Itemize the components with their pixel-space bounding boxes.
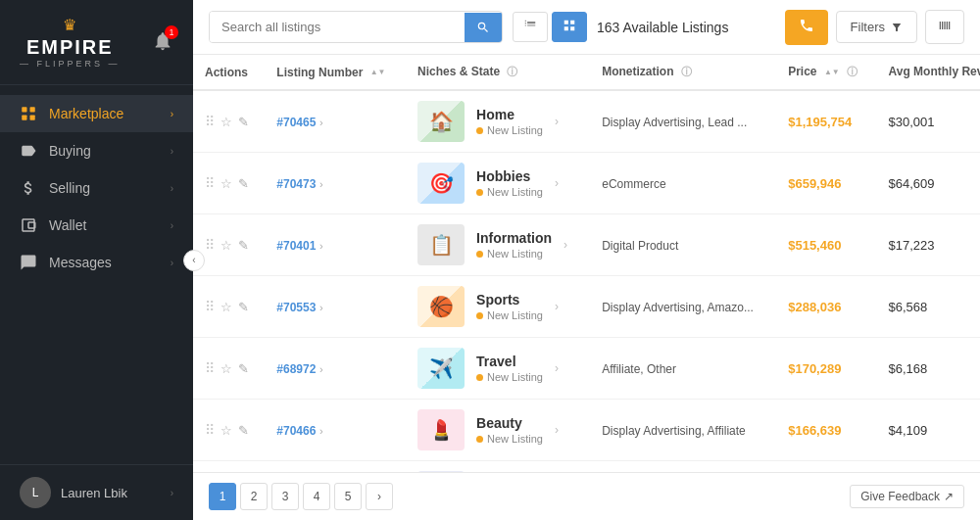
table-row: ⠿ ☆ ✎ #70401 › 📋 Information New Listing xyxy=(193,214,980,276)
pagination: 1 2 3 4 5 › Give Feedback ↗ xyxy=(193,472,980,520)
monetization-value: Display Advertising, Affiliate xyxy=(602,424,746,438)
listing-number-cell: #70465 › xyxy=(265,90,406,153)
expand-arrow-icon[interactable]: › xyxy=(564,238,567,252)
listing-number-cell: #68972 › xyxy=(265,338,406,400)
actions-cell: ⠿ ☆ ✎ xyxy=(193,338,265,400)
niche-cell: 📋 Information New Listing › xyxy=(406,214,590,276)
listing-number[interactable]: #70465 xyxy=(276,116,316,129)
revenue-cell: $64,609 xyxy=(877,153,980,214)
user-chevron-icon: › xyxy=(171,488,173,498)
filters-button[interactable]: Filters xyxy=(836,11,917,43)
price-cell: $148,183 xyxy=(776,461,876,473)
list-view-button[interactable] xyxy=(513,12,548,42)
star-icon[interactable]: ☆ xyxy=(220,300,232,314)
sort-icon[interactable]: ▲▼ xyxy=(824,69,840,76)
sidebar-item-buying-label: Buying xyxy=(49,143,91,159)
star-icon[interactable]: ☆ xyxy=(220,361,232,376)
expand-arrow-icon[interactable]: › xyxy=(555,361,559,375)
sort-icon[interactable]: ▲▼ xyxy=(370,69,386,76)
next-page-button[interactable]: › xyxy=(366,483,393,510)
expand-arrow-icon[interactable]: › xyxy=(555,300,559,313)
feedback-button[interactable]: Give Feedback ↗ xyxy=(850,485,964,508)
listing-number[interactable]: #68972 xyxy=(276,362,316,376)
drag-handle-icon[interactable]: ⠿ xyxy=(205,360,215,376)
col-monetization-label: Monetization xyxy=(602,65,673,78)
niche-name: Information xyxy=(476,230,552,246)
listing-number-cell: #70201 › xyxy=(265,461,406,473)
price-cell: $170,289 xyxy=(776,338,876,400)
expand-arrow-icon[interactable]: › xyxy=(555,176,559,190)
col-price: Price ▲▼ ⓘ xyxy=(776,55,876,90)
sidebar-item-buying[interactable]: Buying › xyxy=(0,132,193,169)
page-5-button[interactable]: 5 xyxy=(334,483,362,510)
sidebar-collapse-button[interactable]: ‹ xyxy=(183,250,205,271)
revenue-cell: $20,234 xyxy=(877,461,980,473)
table-row: ⠿ ☆ ✎ #70465 › 🏠 Home New Listing xyxy=(193,90,980,153)
page-3-button[interactable]: 3 xyxy=(271,483,299,510)
info-icon[interactable]: ⓘ xyxy=(847,66,858,77)
search-wrapper xyxy=(209,11,503,43)
search-input[interactable] xyxy=(210,12,465,42)
sidebar-item-selling[interactable]: Selling › xyxy=(0,169,193,207)
sidebar-item-wallet[interactable]: Wallet › xyxy=(0,207,193,244)
star-icon[interactable]: ☆ xyxy=(220,176,232,191)
avatar: L xyxy=(20,477,51,508)
revenue-value: $6,568 xyxy=(889,300,928,314)
chevron-right-icon: › xyxy=(171,220,173,231)
notification-badge: 1 xyxy=(165,25,178,39)
page-2-button[interactable]: 2 xyxy=(240,483,268,510)
badge-text: New Listing xyxy=(487,371,543,383)
edit-icon[interactable]: ✎ xyxy=(238,361,249,376)
listing-thumbnail: 🎯 xyxy=(417,163,465,204)
brand-name: EMPIRE xyxy=(26,36,114,59)
price-cell: $659,946 xyxy=(776,153,876,214)
listing-number[interactable]: #70553 xyxy=(276,301,316,314)
edit-icon[interactable]: ✎ xyxy=(238,176,249,191)
niche-name: Beauty xyxy=(476,415,543,431)
info-icon[interactable]: ⓘ xyxy=(507,66,517,77)
star-icon[interactable]: ☆ xyxy=(220,238,232,253)
search-button[interactable] xyxy=(465,13,502,42)
columns-button[interactable] xyxy=(925,10,964,44)
feedback-icon: ↗ xyxy=(944,490,954,503)
edit-icon[interactable]: ✎ xyxy=(238,300,249,314)
actions-cell: ⠿ ☆ ✎ xyxy=(193,400,265,461)
edit-icon[interactable]: ✎ xyxy=(238,115,249,129)
col-actions: Actions xyxy=(193,55,265,90)
edit-icon[interactable]: ✎ xyxy=(238,423,249,438)
drag-handle-icon[interactable]: ⠿ xyxy=(205,175,215,191)
grid-view-button[interactable] xyxy=(552,12,587,42)
listing-number[interactable]: #70466 xyxy=(276,424,316,438)
listing-thumbnail: 🏠 xyxy=(417,101,465,142)
listing-number[interactable]: #70401 xyxy=(276,239,316,253)
monetization-value: Display Advertising, Amazo... xyxy=(602,301,754,314)
expand-arrow-icon[interactable]: › xyxy=(555,423,559,437)
listing-number[interactable]: #70473 xyxy=(276,177,316,191)
drag-handle-icon[interactable]: ⠿ xyxy=(205,114,215,129)
notification-bell[interactable]: 1 xyxy=(152,30,173,55)
drag-handle-icon[interactable]: ⠿ xyxy=(205,299,215,314)
info-icon[interactable]: ⓘ xyxy=(681,66,692,77)
star-icon[interactable]: ☆ xyxy=(220,115,232,129)
actions-cell: ⠿ ☆ ✎ xyxy=(193,276,265,338)
revenue-value: $6,168 xyxy=(889,361,928,376)
drag-handle-icon[interactable]: ⠿ xyxy=(205,422,215,438)
expand-arrow-icon[interactable]: › xyxy=(555,115,559,128)
wallet-icon xyxy=(20,216,37,234)
sidebar-nav: Marketplace › Buying › Selling › Wallet … xyxy=(0,85,193,464)
sidebar-item-messages[interactable]: Messages › xyxy=(0,244,193,281)
chevron-right-icon: › xyxy=(171,183,173,194)
call-button[interactable] xyxy=(785,10,828,45)
table-row: ⠿ ☆ ✎ #70201 › 🏡 Home New Listing xyxy=(193,461,980,473)
view-toggle xyxy=(513,12,587,42)
drag-handle-icon[interactable]: ⠿ xyxy=(205,237,215,253)
listing-number-cell: #70553 › xyxy=(265,276,406,338)
page-4-button[interactable]: 4 xyxy=(303,483,330,510)
star-icon[interactable]: ☆ xyxy=(220,423,232,438)
user-profile[interactable]: L Lauren Lbik › xyxy=(0,464,193,520)
niche-name: Home xyxy=(476,107,543,122)
edit-icon[interactable]: ✎ xyxy=(238,238,249,253)
sidebar-item-marketplace[interactable]: Marketplace › xyxy=(0,95,193,132)
table-icon xyxy=(563,19,576,32)
page-1-button[interactable]: 1 xyxy=(209,483,236,510)
